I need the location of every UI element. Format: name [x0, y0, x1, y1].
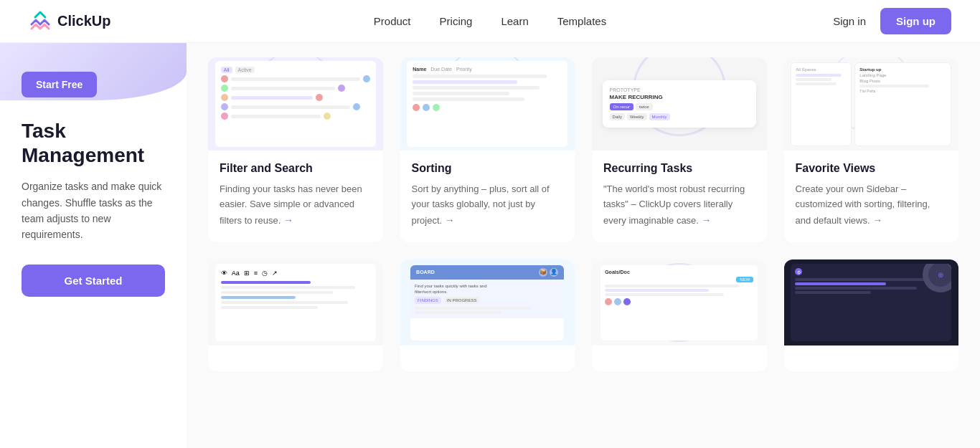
feature-image-recurring: PROTOTYPE MAKE RECURRING On recur twice … — [592, 57, 767, 151]
feature-image-favorite: All Spaces Startup up Landing Page Blog … — [784, 57, 959, 151]
feature-card-bottom-3: Goals/Doc NEW — [592, 259, 767, 371]
nav-links: Product Pricing Learn Templates — [374, 15, 606, 27]
feature-card-recurring: PROTOTYPE MAKE RECURRING On recur twice … — [592, 57, 767, 242]
feature-title-filter: Filter and Search — [208, 162, 383, 175]
feature-image-filter: All Active — [208, 57, 383, 151]
feature-desc-recurring: "The world's most robust recurring tasks… — [592, 182, 767, 228]
feature-card-bottom-2: BOARD 📦 👤 Find your tasks quickly with t… — [400, 259, 575, 371]
feature-card-bottom-1: 👁 Aa ⊞ ≡ ◷ ↗ — [208, 259, 383, 371]
feature-card-sorting: Name Due Date Priority — [400, 57, 575, 242]
nav-item-learn[interactable]: Learn — [501, 15, 528, 27]
sidebar-description: Organize tasks and make quick changes. S… — [22, 178, 165, 243]
features-grid-top: All Active — [208, 57, 958, 242]
logo[interactable]: ClickUp — [29, 10, 110, 33]
feature-title-sorting: Sorting — [400, 162, 575, 175]
feature-image-bottom-2: BOARD 📦 👤 Find your tasks quickly with t… — [400, 259, 575, 345]
nav-auth: Sign in Sign up — [833, 8, 951, 34]
sign-in-link[interactable]: Sign in — [833, 15, 866, 27]
feature-desc-filter: Finding your tasks has never been easier… — [208, 182, 383, 228]
logo-icon — [29, 10, 52, 33]
nav-item-product[interactable]: Product — [374, 15, 411, 27]
feature-image-bottom-1: 👁 Aa ⊞ ≡ ◷ ↗ — [208, 259, 383, 345]
feature-title-favorite: Favorite Views — [784, 162, 959, 175]
nav-item-templates[interactable]: Templates — [557, 15, 606, 27]
features-grid-bottom: 👁 Aa ⊞ ≡ ◷ ↗ — [208, 259, 958, 371]
logo-text: ClickUp — [57, 13, 110, 29]
feature-image-sorting: Name Due Date Priority — [400, 57, 575, 151]
feature-desc-sorting: Sort by anything – plus, sort all of you… — [400, 182, 575, 228]
feature-card-favorite: All Spaces Startup up Landing Page Blog … — [784, 57, 959, 242]
feature-image-bottom-4: ⚙ ⊕ — [784, 259, 959, 345]
feature-card-filter: All Active — [208, 57, 383, 242]
get-started-button[interactable]: Get Started — [22, 264, 165, 297]
nav-item-pricing[interactable]: Pricing — [440, 15, 473, 27]
page-wrapper: Start Free Task Management Organize task… — [0, 43, 980, 448]
sidebar-top-button[interactable]: Start Free — [22, 72, 97, 97]
sign-up-button[interactable]: Sign up — [880, 8, 951, 34]
sidebar: Start Free Task Management Organize task… — [0, 43, 187, 448]
feature-card-bottom-4: ⚙ ⊕ — [784, 259, 959, 371]
main-content: All Active — [187, 43, 980, 448]
sidebar-title: Task Management — [22, 119, 165, 167]
feature-title-recurring: Recurring Tasks — [592, 162, 767, 175]
feature-image-bottom-3: Goals/Doc NEW — [592, 259, 767, 345]
feature-desc-favorite: Create your own Sidebar – customized wit… — [784, 182, 959, 228]
navbar: ClickUp Product Pricing Learn Templates … — [0, 0, 980, 43]
